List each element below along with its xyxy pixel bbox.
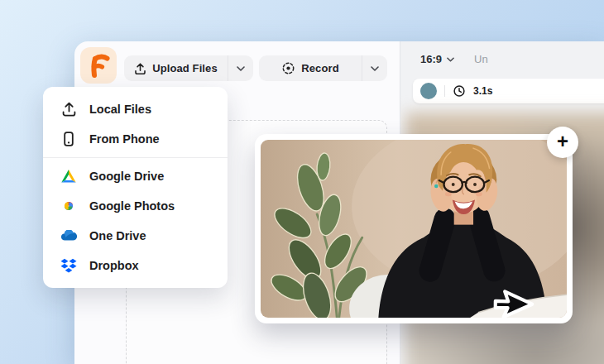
chevron-down-icon <box>371 66 379 71</box>
menu-item-label: One Drive <box>89 229 146 242</box>
menu-item-google-drive[interactable]: Google Drive <box>43 161 228 191</box>
menu-item-from-phone[interactable]: From Phone <box>43 124 228 154</box>
add-media-button[interactable]: + <box>547 127 578 158</box>
google-photos-icon <box>60 198 77 214</box>
record-button-main[interactable]: Record <box>259 55 362 81</box>
woman-photo <box>261 140 567 318</box>
menu-item-label: Dropbox <box>89 259 139 272</box>
clip-duration: 3.1s <box>473 85 492 97</box>
menu-item-local-files[interactable]: Local Files <box>43 94 228 124</box>
upload-icon <box>60 101 77 117</box>
divider <box>444 85 445 97</box>
menu-item-dropbox[interactable]: Dropbox <box>43 251 228 280</box>
scene-duration-bar[interactable]: 3.1s <box>413 79 604 103</box>
chevron-down-icon <box>237 66 245 71</box>
menu-item-label: Local Files <box>89 103 151 116</box>
page: Upload Files Record <box>0 0 604 364</box>
app-logo[interactable] <box>80 47 117 84</box>
plus-icon: + <box>557 132 568 151</box>
record-caret[interactable] <box>362 55 387 81</box>
menu-item-google-photos[interactable]: Google Photos <box>43 191 228 221</box>
onedrive-icon <box>60 228 77 244</box>
menu-divider <box>43 157 228 158</box>
phone-icon <box>60 131 77 147</box>
menu-item-label: Google Drive <box>89 170 164 183</box>
menu-item-label: Google Photos <box>89 199 175 213</box>
flexclip-f-icon <box>86 52 111 79</box>
upload-files-button[interactable]: Upload Files <box>124 55 253 81</box>
upload-dropdown-menu: Local Files From Phone Google Drive <box>43 87 228 288</box>
upload-icon <box>134 62 146 75</box>
menu-item-one-drive[interactable]: One Drive <box>43 221 228 251</box>
ratio-row: 16:9 Un <box>420 53 488 65</box>
chevron-down-icon[interactable] <box>447 57 454 62</box>
google-drive-icon <box>60 168 77 184</box>
woman-photo-illustration <box>261 140 567 318</box>
menu-item-label: From Phone <box>89 132 160 146</box>
upload-files-caret[interactable] <box>228 55 253 81</box>
aspect-ratio-selector[interactable]: 16:9 <box>420 53 442 65</box>
scene-color-dot[interactable] <box>420 83 437 99</box>
record-button[interactable]: Record <box>259 55 387 81</box>
dropbox-icon <box>60 257 77 274</box>
project-name[interactable]: Un <box>474 53 488 65</box>
record-label: Record <box>301 62 338 74</box>
clock-icon <box>453 84 466 98</box>
upload-files-button-main[interactable]: Upload Files <box>124 55 228 81</box>
upload-files-label: Upload Files <box>152 62 218 74</box>
record-icon <box>281 61 295 75</box>
video-clip-card[interactable] <box>255 134 573 323</box>
